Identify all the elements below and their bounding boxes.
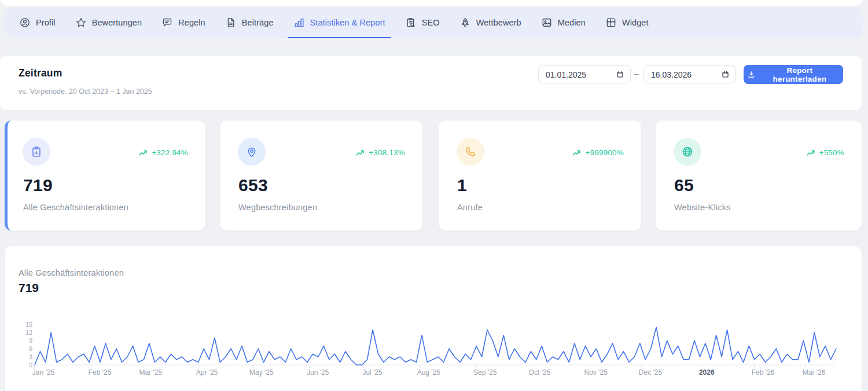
- chart-title: Alle Geschäftsinteraktionen: [19, 268, 124, 277]
- trend-up-icon: [807, 149, 816, 156]
- svg-text:Jul '25: Jul '25: [362, 368, 382, 377]
- date-to-field[interactable]: [643, 65, 736, 83]
- tab-bewertungen[interactable]: Bewertungen: [75, 7, 142, 38]
- trend-badge: +550%: [807, 148, 844, 157]
- main-tab-bar: ProfilBewertungenRegelnBeiträgeStatistik…: [5, 7, 863, 38]
- tab-medien[interactable]: Medien: [541, 7, 586, 38]
- download-report-button[interactable]: Report herunterladen: [744, 65, 843, 84]
- star-icon: [75, 17, 87, 28]
- svg-text:Jan '25: Jan '25: [32, 368, 55, 377]
- svg-text:Aug '25: Aug '25: [417, 368, 441, 377]
- interactions-chart-panel: Alle Geschäftsinteraktionen 719 Jan '25F…: [5, 246, 862, 391]
- stat-label: Wegbeschreibungen: [238, 203, 317, 212]
- rocket-icon: [459, 17, 471, 28]
- svg-text:12: 12: [25, 329, 32, 336]
- tab-label: Statistiken & Report: [310, 18, 385, 27]
- svg-text:Dec '25: Dec '25: [639, 368, 663, 377]
- tab-beitr-ge[interactable]: Beiträge: [225, 7, 274, 38]
- stat-label: Alle Geschäftsinteraktionen: [23, 203, 128, 212]
- tab-label: Regeln: [178, 18, 205, 27]
- svg-text:15: 15: [25, 321, 32, 328]
- stat-card-wegbeschreibungen[interactable]: +308.13%653Wegbeschreibungen: [220, 120, 422, 231]
- trend-badge: +999900%: [572, 148, 624, 157]
- stat-value: 719: [23, 176, 53, 195]
- phone-icon: [457, 138, 484, 166]
- stat-value: 1: [457, 176, 467, 195]
- period-panel: Zeitraum vs. Vorperiode: 20 Oct 2023 – 1…: [0, 56, 862, 110]
- top-strip: [0, 0, 863, 6]
- svg-text:Apr '25: Apr '25: [196, 368, 218, 377]
- trend-badge: +322.94%: [139, 148, 188, 157]
- svg-text:Mar '25: Mar '25: [139, 368, 162, 377]
- stat-label: Website-Klicks: [674, 203, 731, 212]
- svg-text:6: 6: [29, 345, 32, 352]
- svg-text:9: 9: [29, 337, 32, 344]
- chart-total-value: 719: [19, 281, 39, 295]
- svg-text:May '25: May '25: [249, 368, 274, 377]
- svg-text:0: 0: [29, 361, 32, 368]
- chat-icon: [161, 17, 173, 28]
- trend-up-icon: [356, 149, 365, 156]
- pin-icon: [238, 138, 266, 166]
- stat-card-website-klicks[interactable]: +550%65Website-Klicks: [656, 120, 862, 231]
- tab-label: Wettbewerb: [476, 18, 521, 27]
- trend-badge: +308.13%: [356, 148, 405, 157]
- stat-card-alle-gesch-ftsinteraktionen[interactable]: +322.94%719Alle Geschäftsinteraktionen: [5, 120, 205, 231]
- svg-text:2026: 2026: [699, 368, 715, 377]
- date-to-input[interactable]: [651, 70, 721, 79]
- trend-value: +550%: [819, 148, 844, 157]
- stat-value: 65: [674, 176, 694, 195]
- user-icon: [19, 17, 31, 28]
- svg-text:Feb '25: Feb '25: [89, 368, 112, 377]
- clipboard-chart-icon: [23, 138, 50, 166]
- tab-seo[interactable]: SEO: [405, 7, 440, 38]
- trend-value: +308.13%: [369, 148, 405, 157]
- download-report-label: Report herunterladen: [760, 66, 840, 83]
- svg-text:Mar '26: Mar '26: [803, 368, 826, 377]
- trend-up-icon: [139, 149, 148, 156]
- tab-label: SEO: [422, 18, 440, 27]
- trend-value: +322.94%: [152, 148, 188, 157]
- trend-up-icon: [572, 149, 582, 156]
- stat-label: Anrufe: [457, 203, 483, 212]
- stat-value: 653: [238, 176, 268, 195]
- tab-label: Beiträge: [242, 18, 274, 27]
- grid-icon: [605, 17, 617, 28]
- tab-widget[interactable]: Widget: [605, 7, 649, 38]
- interactions-line-chart: Jan '25Feb '25Mar '25Apr '25May '25Jun '…: [5, 316, 862, 382]
- tab-label: Widget: [622, 18, 649, 27]
- stat-card-anrufe[interactable]: +999900%1Anrufe: [439, 120, 641, 231]
- trend-value: +999900%: [585, 148, 624, 157]
- tab-regeln[interactable]: Regeln: [161, 7, 205, 38]
- calendar-icon[interactable]: [616, 70, 624, 79]
- svg-text:Feb '26: Feb '26: [752, 368, 775, 377]
- tab-profil[interactable]: Profil: [19, 7, 56, 38]
- svg-text:Oct '25: Oct '25: [529, 368, 551, 377]
- clipboard-search-icon: [405, 17, 417, 28]
- globe-icon: [674, 138, 701, 166]
- svg-text:3: 3: [29, 353, 32, 360]
- date-from-input[interactable]: [546, 70, 616, 79]
- date-from-field[interactable]: [538, 65, 631, 83]
- tab-label: Profil: [36, 18, 56, 27]
- period-title: Zeitraum: [19, 67, 62, 79]
- tab-label: Medien: [558, 18, 586, 27]
- period-subtitle: vs. Vorperiode: 20 Oct 2023 – 1 Jan 2025: [19, 87, 152, 96]
- calendar-icon[interactable]: [721, 70, 730, 79]
- tab-wettbewerb[interactable]: Wettbewerb: [459, 7, 521, 38]
- svg-text:Jun '25: Jun '25: [307, 368, 329, 377]
- download-icon: [747, 70, 756, 79]
- svg-text:Nov '25: Nov '25: [584, 368, 608, 377]
- file-icon: [225, 17, 237, 28]
- date-range-separator: –: [634, 69, 639, 78]
- bar-chart-icon: [293, 17, 305, 28]
- tab-statistiken-report[interactable]: Statistiken & Report: [293, 7, 385, 38]
- tab-label: Bewertungen: [92, 18, 142, 27]
- svg-text:Sep '25: Sep '25: [473, 368, 497, 377]
- image-icon: [541, 17, 553, 28]
